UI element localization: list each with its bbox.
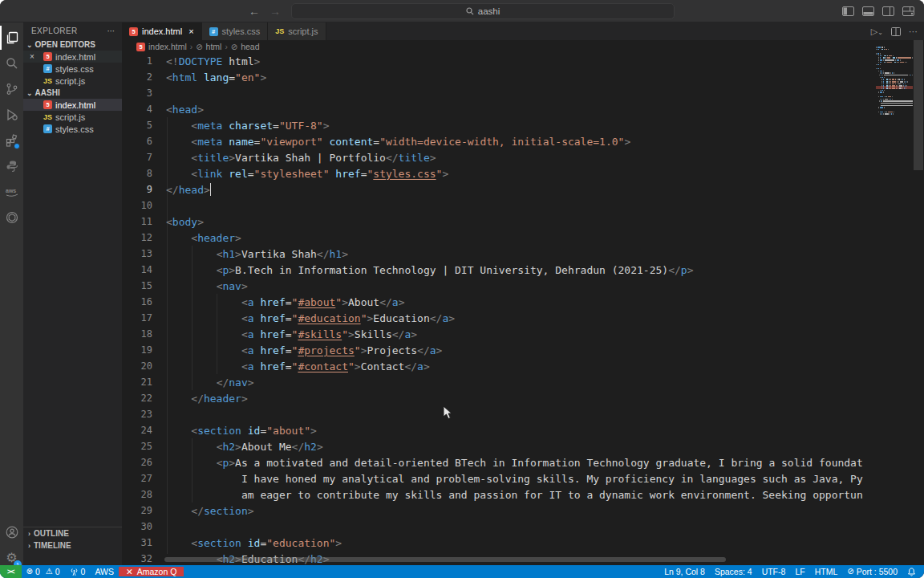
code-line-18[interactable]: 18 <a href="#skills">Skills</a>: [122, 326, 874, 342]
code-line-17[interactable]: 17 <a href="#education">Education</a>: [122, 310, 874, 326]
status-problems[interactable]: ⊗0⚠0: [22, 565, 65, 578]
file-item-index.html[interactable]: ×5index.html: [23, 51, 122, 63]
code-line-20[interactable]: 20 <a href="#contact">Contact</a>: [122, 358, 874, 374]
search-icon[interactable]: [0, 51, 23, 75]
code-line-4[interactable]: 4<head>: [122, 101, 874, 117]
status-language-mode[interactable]: HTML: [810, 565, 843, 578]
status-remote-indicator[interactable]: ><: [0, 565, 22, 578]
code-line-11[interactable]: 11<body>: [122, 214, 874, 230]
code-line-31[interactable]: 31 <section id="education">: [122, 535, 874, 551]
code-editor[interactable]: 1<!DOCTYPE html>2<html lang="en">34<head…: [122, 53, 874, 565]
vertical-scrollbar[interactable]: [914, 40, 923, 170]
status-radio-count[interactable]: 0: [65, 565, 91, 578]
more-actions-icon[interactable]: ⋯: [909, 26, 918, 37]
status-indentation[interactable]: Spaces: 4: [710, 565, 757, 578]
sidebar-section-aashi[interactable]: ⌄AASHI: [23, 87, 122, 99]
split-editor-icon[interactable]: [891, 27, 901, 36]
sidebar-section-open-editors[interactable]: ⌄OPEN EDITORS: [23, 39, 122, 51]
line-content: <!DOCTYPE html>: [166, 55, 260, 67]
code-line-12[interactable]: 12 <header>: [122, 230, 874, 246]
code-line-2[interactable]: 2<html lang="en">: [122, 69, 874, 85]
tab-index.html[interactable]: 5index.html×: [122, 22, 202, 40]
code-line-30[interactable]: 30: [122, 519, 874, 535]
code-line-25[interactable]: 25 <h2>About Me</h2>: [122, 438, 874, 454]
file-item-script.js[interactable]: JSscript.js: [23, 111, 122, 123]
file-label: styles.css: [55, 124, 94, 134]
status-eol[interactable]: LF: [790, 565, 809, 578]
breadcrumb-segment-head[interactable]: head: [241, 42, 259, 51]
code-line-14[interactable]: 14 <p>B.Tech in Information Technology |…: [122, 262, 874, 278]
sidebar-section-outline[interactable]: ›OUTLINE: [23, 527, 122, 539]
toggle-sidebar-icon[interactable]: [842, 6, 854, 16]
code-line-27[interactable]: 27 I have honed my analytical and proble…: [122, 470, 874, 486]
code-line-24[interactable]: 24 <section id="about">: [122, 422, 874, 438]
code-line-19[interactable]: 19 <a href="#projects">Projects</a>: [122, 342, 874, 358]
code-line-9[interactable]: 9</head>: [122, 181, 874, 197]
breadcrumb-segment-html[interactable]: html: [206, 42, 222, 51]
status-encoding[interactable]: UTF-8: [757, 565, 791, 578]
status-cursor-position[interactable]: Ln 9, Col 8: [659, 565, 710, 578]
explorer-icon[interactable]: [0, 26, 23, 50]
line-number: 9: [122, 184, 152, 195]
code-line-29[interactable]: 29 </section>: [122, 503, 874, 519]
toggle-secondary-sidebar-icon[interactable]: [882, 6, 894, 16]
breadcrumb[interactable]: 5index.html›⊘html›⊘head: [122, 40, 874, 53]
file-item-styles.css[interactable]: #styles.css: [23, 63, 122, 75]
explorer-more-icon[interactable]: ⋯: [107, 26, 116, 35]
code-line-5[interactable]: 5 <meta charset="UTF-8">: [122, 117, 874, 133]
line-number: 5: [122, 120, 152, 131]
run-debug-icon[interactable]: [0, 103, 23, 127]
file-item-script.js[interactable]: JSscript.js: [23, 75, 122, 87]
tab-styles.css[interactable]: #styles.css: [202, 22, 269, 40]
horizontal-scrollbar[interactable]: [164, 557, 726, 562]
close-editor-icon[interactable]: ×: [30, 52, 34, 61]
history-back-icon[interactable]: ←: [249, 5, 260, 18]
line-number: 19: [122, 344, 152, 356]
line-content: </head>: [166, 184, 210, 196]
source-control-icon[interactable]: [0, 77, 23, 101]
python-icon[interactable]: [0, 154, 23, 178]
code-line-28[interactable]: 28 am eager to contribute my skills and …: [122, 486, 874, 503]
file-item-index.html[interactable]: 5index.html: [23, 99, 122, 111]
command-center-search[interactable]: aashi: [291, 3, 675, 19]
code-line-15[interactable]: 15 <nav>: [122, 278, 874, 294]
status-notifications[interactable]: [902, 565, 921, 578]
breadcrumb-file[interactable]: index.html: [148, 42, 187, 51]
run-button[interactable]: ▷⌄: [871, 26, 883, 37]
aws-icon[interactable]: aws: [0, 180, 23, 204]
status-amazon-q[interactable]: ✕Amazon Q: [119, 567, 184, 576]
code-line-3[interactable]: 3: [122, 85, 874, 101]
code-line-16[interactable]: 16 <a href="#about">About</a>: [122, 294, 874, 310]
code-line-23[interactable]: 23: [122, 406, 874, 422]
amazon-q-icon[interactable]: [0, 206, 23, 230]
extensions-icon[interactable]: [0, 128, 23, 153]
code-line-6[interactable]: 6 <meta name="viewport" content="width=d…: [122, 133, 874, 149]
code-line-13[interactable]: 13 <h1>Vartika Shah</h1>: [122, 246, 874, 262]
line-number: 7: [122, 152, 152, 163]
history-forward-icon[interactable]: →: [270, 5, 281, 18]
minimap[interactable]: [876, 47, 913, 143]
customize-layout-icon[interactable]: [902, 6, 914, 16]
tab-script.js[interactable]: JSscript.js: [268, 22, 326, 40]
code-line-10[interactable]: 10: [122, 197, 874, 214]
code-line-21[interactable]: 21 </nav>: [122, 374, 874, 390]
symbol-element-icon: ⊘: [231, 43, 237, 51]
status-aws[interactable]: AWS: [90, 565, 119, 578]
file-item-styles.css[interactable]: #styles.css: [23, 123, 122, 135]
line-number: 8: [122, 168, 152, 179]
sidebar-section-timeline[interactable]: ›TIMELINE: [23, 539, 122, 552]
line-number: 23: [122, 409, 152, 420]
close-icon[interactable]: ✕: [126, 567, 133, 576]
code-line-7[interactable]: 7 <title>Vartika Shah | Portfolio</title…: [122, 149, 874, 165]
explorer-sidebar: EXPLORER ⋯ ⌄OPEN EDITORS×5index.html#sty…: [23, 22, 122, 565]
toggle-panel-icon[interactable]: [862, 6, 874, 16]
accounts-icon[interactable]: [0, 520, 23, 544]
status-live-server-port[interactable]: ⊘Port : 5500: [842, 565, 902, 578]
code-line-8[interactable]: 8 <link rel="stylesheet" href="styles.cs…: [122, 165, 874, 181]
code-line-22[interactable]: 22 </header>: [122, 390, 874, 406]
code-line-1[interactable]: 1<!DOCTYPE html>: [122, 53, 874, 69]
line-content: <a href="#contact">Contact</a>: [166, 360, 430, 372]
close-tab-icon[interactable]: ×: [188, 26, 193, 36]
code-line-26[interactable]: 26 <p>As a motivated and detail-oriented…: [122, 454, 874, 470]
line-content: <a href="#projects">Projects</a>: [166, 344, 442, 356]
